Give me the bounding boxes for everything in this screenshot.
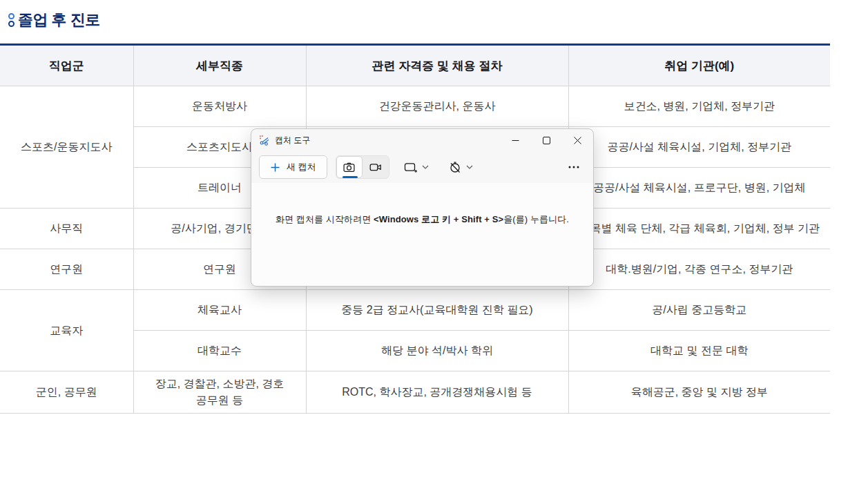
snip-mode-dropdown[interactable] xyxy=(399,157,433,177)
cert-cell: ROTC, 학사장교, 공개경쟁채용시험 등 xyxy=(306,371,568,414)
column-header: 세부직종 xyxy=(133,45,306,86)
video-icon xyxy=(369,160,383,174)
minimize-button[interactable] xyxy=(500,129,531,151)
capture-type-toggle xyxy=(336,155,389,179)
selected-mode-underline xyxy=(343,176,358,178)
title-bullet-icon xyxy=(8,13,15,27)
snipping-tool-window[interactable]: 캡처 도구 새 캡처 xyxy=(251,128,594,287)
new-capture-button[interactable]: 새 캡처 xyxy=(259,155,327,179)
org-cell: 공/사립 중고등학교 xyxy=(568,290,830,331)
org-cell: 보건소, 병원, 기업체, 정부기관 xyxy=(568,86,830,127)
snipping-titlebar[interactable]: 캡처 도구 xyxy=(251,129,593,151)
column-header: 취업 기관(예) xyxy=(568,45,830,86)
minimize-icon xyxy=(512,137,519,144)
page-title: 졸업 후 진로 xyxy=(8,11,868,29)
table-header-row: 직업군세부직종관련 자격증 및 채용 절차취업 기관(예) xyxy=(0,45,830,86)
org-cell: 종목별 체육 단체, 각급 체육회, 기업체, 정부 기관 xyxy=(568,209,830,249)
org-cell: 대학교 및 전문 대학 xyxy=(568,331,830,371)
video-mode-button[interactable] xyxy=(363,156,389,178)
column-header: 관련 자격증 및 채용 절차 xyxy=(306,45,568,86)
snipping-tool-icon xyxy=(259,135,270,146)
snipping-toolbar: 새 캡처 xyxy=(251,151,593,183)
more-options-button[interactable] xyxy=(562,155,586,179)
cert-cell: 해당 분야 석/박사 학위 xyxy=(306,331,568,371)
maximize-button[interactable] xyxy=(531,129,562,151)
chevron-down-icon xyxy=(466,165,473,169)
capture-hint-message: 화면 캡처를 시작하려면 <Windows 로고 키 + Shift + S>을… xyxy=(276,213,569,226)
snip-mode-icon xyxy=(403,160,418,174)
table-row: 군인, 공무원장교, 경찰관, 소방관, 경호 공무원 등ROTC, 학사장교,… xyxy=(0,371,830,414)
cert-cell: 건강운동관리사, 운동사 xyxy=(306,86,568,127)
more-icon xyxy=(568,166,579,168)
table-row: 스포츠/운동지도사운동처방사건강운동관리사, 운동사보건소, 병원, 기업체, … xyxy=(0,86,830,127)
job-cell: 장교, 경찰관, 소방관, 경호 공무원 등 xyxy=(133,371,306,414)
plus-icon xyxy=(270,162,280,173)
page-title-text: 졸업 후 진로 xyxy=(18,10,100,30)
close-icon xyxy=(574,137,581,144)
job-group-cell: 연구원 xyxy=(0,249,133,290)
screenshot-mode-button[interactable] xyxy=(336,156,363,178)
chevron-down-icon xyxy=(422,165,429,169)
job-cell: 체육교사 xyxy=(133,290,306,331)
org-cell: 공공/사설 체육시설, 기업체, 정부기관 xyxy=(568,127,830,168)
window-title: 캡처 도구 xyxy=(275,135,310,146)
close-button[interactable] xyxy=(562,129,593,151)
job-group-cell: 사무직 xyxy=(0,209,133,249)
snipping-body: 화면 캡처를 시작하려면 <Windows 로고 키 + Shift + S>을… xyxy=(251,183,593,286)
cert-cell: 중등 2급 정교사(교육대학원 진학 필요) xyxy=(306,290,568,331)
camera-icon xyxy=(343,161,356,174)
maximize-icon xyxy=(543,137,550,144)
delay-dropdown[interactable] xyxy=(444,157,477,177)
org-cell: 공공/사설 체육시설, 프로구단, 병원, 기업체 xyxy=(568,168,830,209)
column-header: 직업군 xyxy=(0,45,133,86)
org-cell: 대학.병원/기업, 각종 연구소, 정부기관 xyxy=(568,249,830,290)
table-row: 교육자체육교사중등 2급 정교사(교육대학원 진학 필요)공/사립 중고등학교 xyxy=(0,290,830,331)
job-group-cell: 군인, 공무원 xyxy=(0,371,133,414)
job-group-cell: 스포츠/운동지도사 xyxy=(0,86,133,209)
job-group-cell: 교육자 xyxy=(0,290,133,371)
job-cell: 운동처방사 xyxy=(133,86,306,127)
delay-icon xyxy=(448,160,462,174)
job-cell: 대학교수 xyxy=(133,331,306,371)
new-capture-label: 새 캡처 xyxy=(287,161,316,173)
org-cell: 육해공군, 중앙 및 지방 정부 xyxy=(568,371,830,414)
